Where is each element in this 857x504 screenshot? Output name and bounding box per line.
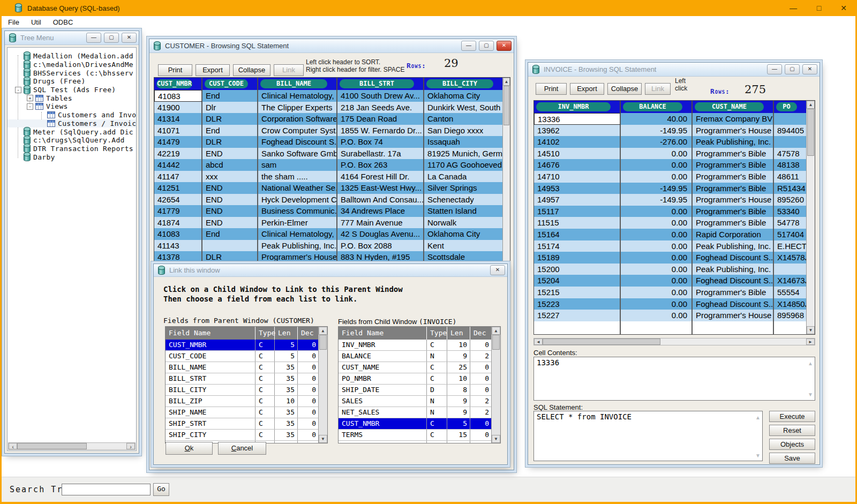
grid-cell[interactable]: 41779 bbox=[154, 205, 202, 217]
grid-cell[interactable]: 0.00 bbox=[621, 287, 693, 298]
grid-cell[interactable]: Programmer's Bible bbox=[693, 287, 774, 298]
menu-file[interactable]: File bbox=[8, 18, 19, 26]
collapse-icon[interactable]: - bbox=[27, 103, 33, 110]
grid-cell[interactable]: sam bbox=[258, 159, 337, 171]
grid-cell[interactable]: 14957 bbox=[534, 194, 621, 206]
grid-cell[interactable]: Business Communic... bbox=[258, 205, 337, 217]
field-row[interactable]: PO_NMBRC100 bbox=[339, 373, 500, 385]
scrollbar-track[interactable] bbox=[660, 338, 806, 345]
grid-cell[interactable]: Programmer's Bible bbox=[693, 171, 774, 183]
minimize-icon[interactable]: — bbox=[785, 2, 801, 14]
scroll-up-icon[interactable]: ▲ bbox=[808, 360, 813, 366]
tree-item[interactable]: Meter (SqlQuery.add Dic bbox=[7, 127, 136, 136]
grid-cell[interactable]: Statten Island bbox=[424, 205, 503, 217]
field-column-header[interactable]: Type bbox=[427, 327, 447, 340]
grid-cell[interactable]: Programmer's Bible bbox=[693, 206, 774, 217]
grid-cell[interactable]: E.HECTO bbox=[774, 240, 807, 252]
scroll-right-icon[interactable]: ► bbox=[806, 338, 815, 345]
grid-cell[interactable]: Clinical Hematology, I... bbox=[258, 228, 337, 240]
column-header[interactable]: PO bbox=[774, 101, 807, 113]
link-button[interactable]: Link bbox=[274, 64, 304, 76]
grid-cell[interactable]: 0.00 bbox=[621, 275, 693, 287]
grid-cell[interactable]: R51434 bbox=[774, 183, 807, 194]
scrollbar-thumb[interactable] bbox=[807, 109, 814, 156]
grid-cell[interactable]: Programmer's House bbox=[258, 251, 337, 263]
scroll-up-icon[interactable]: ▲ bbox=[755, 415, 761, 420]
field-row[interactable]: CUST_NMBRC50 bbox=[339, 418, 500, 430]
grid-cell[interactable]: Foghead Discount S... bbox=[693, 252, 774, 264]
grid-cell[interactable] bbox=[534, 321, 621, 335]
export-button[interactable]: Export bbox=[570, 83, 604, 95]
column-header[interactable]: BILL_NAME bbox=[258, 78, 337, 90]
grid-cell[interactable]: 41071 bbox=[154, 125, 202, 137]
grid-cell[interactable]: La Canada bbox=[424, 171, 503, 183]
collapse-icon[interactable]: - bbox=[15, 87, 21, 93]
field-column-header[interactable]: Dec bbox=[298, 327, 319, 340]
grid-cell[interactable]: Hyck Development C... bbox=[258, 194, 337, 206]
grid-cell[interactable]: Dlr bbox=[202, 102, 258, 114]
invoice-close-icon[interactable]: ✕ bbox=[802, 64, 817, 74]
tree-maximize-icon[interactable]: ▢ bbox=[104, 33, 119, 43]
dialog-close-icon[interactable]: ✕ bbox=[490, 265, 505, 275]
grid-cell[interactable]: 13962 bbox=[534, 125, 621, 137]
field-row[interactable]: BILL_NAMEC350 bbox=[166, 362, 327, 373]
grid-cell[interactable]: P.O. Box 74 bbox=[337, 136, 424, 148]
grid-cell[interactable]: Dunkirk West, South bbox=[424, 102, 503, 114]
scroll-right-icon[interactable]: › bbox=[126, 443, 135, 449]
export-button[interactable]: Export bbox=[196, 64, 230, 76]
objects-button[interactable]: Objects bbox=[769, 439, 815, 450]
grid-cell[interactable]: 41378 bbox=[154, 251, 202, 263]
grid-cell[interactable]: End bbox=[202, 125, 258, 137]
grid-cell[interactable] bbox=[774, 321, 807, 335]
grid-cell[interactable]: 15174 bbox=[534, 240, 621, 252]
column-header[interactable]: INV_NMBR bbox=[534, 101, 621, 113]
grid-cell[interactable]: 0.00 bbox=[621, 206, 693, 217]
invoice-horizontal-scrollbar[interactable]: ◄ ► bbox=[533, 338, 815, 345]
grid-cell[interactable]: -149.95 bbox=[621, 125, 693, 137]
field-row[interactable]: BALANCEN92 bbox=[339, 351, 500, 362]
customer-maximize-icon[interactable]: ▢ bbox=[479, 41, 494, 51]
grid-cell[interactable]: P.O. Box 263 bbox=[337, 159, 424, 171]
grid-cell[interactable]: Peak Publishing, Inc. bbox=[693, 240, 774, 252]
grid-cell[interactable]: 41314 bbox=[154, 113, 202, 125]
grid-cell[interactable]: 41147 bbox=[154, 171, 202, 183]
grid-cell[interactable]: P.O. Box 2088 bbox=[337, 240, 424, 252]
grid-cell[interactable]: 15227 bbox=[534, 310, 621, 321]
tree-item[interactable]: -Views bbox=[7, 102, 136, 111]
column-header[interactable]: CUST_CODE bbox=[202, 78, 258, 90]
grid-cell[interactable]: Corporation Software... bbox=[258, 113, 337, 125]
grid-cell[interactable]: End bbox=[202, 90, 258, 102]
scroll-down-icon[interactable]: ▼ bbox=[492, 435, 500, 443]
grid-cell[interactable]: 55554 bbox=[774, 287, 807, 298]
grid-cell[interactable]: 42219 bbox=[154, 148, 202, 160]
execute-button[interactable]: Execute bbox=[769, 411, 815, 422]
scroll-down-icon[interactable]: ▼ bbox=[319, 435, 327, 443]
grid-cell[interactable]: 14953 bbox=[534, 183, 621, 194]
grid-cell[interactable]: 15164 bbox=[534, 229, 621, 240]
grid-cell[interactable]: X14673JA bbox=[774, 275, 807, 287]
tree-item[interactable]: Customers and Invo bbox=[7, 111, 136, 119]
grid-cell[interactable]: End bbox=[202, 228, 258, 240]
invoice-maximize-icon[interactable]: ▢ bbox=[785, 64, 800, 74]
customer-minimize-icon[interactable]: — bbox=[461, 41, 476, 51]
scroll-up-icon[interactable]: ▲ bbox=[319, 327, 327, 335]
grid-cell[interactable]: END bbox=[202, 205, 258, 217]
tree-item[interactable]: c:\drugs\SqlQuery.Add bbox=[7, 136, 136, 145]
tree-item[interactable]: Medallion (Medalion.add bbox=[7, 52, 136, 61]
scroll-left-icon[interactable]: ◄ bbox=[534, 338, 543, 345]
grid-cell[interactable]: 42654 bbox=[154, 194, 202, 206]
grid-cell[interactable]: 883 N Hyden, #195 bbox=[337, 251, 424, 263]
grid-cell[interactable]: 1325 East-West Hwy... bbox=[337, 182, 424, 194]
customer-vertical-scrollbar[interactable]: ▲ bbox=[502, 78, 510, 262]
grid-cell[interactable]: 4164 Forest Hill Dr. bbox=[337, 171, 424, 183]
grid-cell[interactable]: 14510 bbox=[534, 148, 621, 160]
grid-cell[interactable]: 0.00 bbox=[621, 159, 693, 171]
grid-cell[interactable]: Schenectady bbox=[424, 194, 503, 206]
go-button[interactable]: Go bbox=[153, 483, 169, 496]
column-header[interactable]: BALANCE bbox=[621, 101, 693, 113]
scroll-down-icon[interactable]: ▼ bbox=[755, 453, 761, 458]
grid-cell[interactable]: 0.00 bbox=[621, 264, 693, 275]
scroll-down-icon[interactable]: ▼ bbox=[807, 326, 815, 334]
grid-cell[interactable]: 14676 bbox=[534, 159, 621, 171]
scrollbar-track[interactable] bbox=[87, 443, 126, 449]
